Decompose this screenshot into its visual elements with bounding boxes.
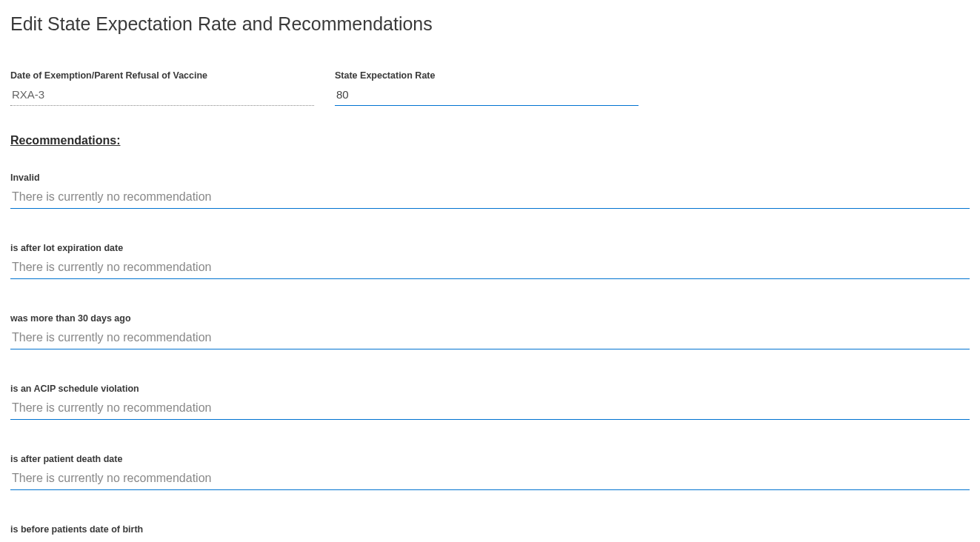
recommendation-item: was more than 30 days ago (10, 313, 970, 349)
recommendation-input-30-days[interactable] (10, 328, 970, 349)
recommendation-item: is after patient death date (10, 454, 970, 490)
recommendation-input-acip[interactable] (10, 398, 970, 420)
exemption-label: Date of Exemption/Parent Refusal of Vacc… (10, 70, 314, 81)
exemption-field-group: Date of Exemption/Parent Refusal of Vacc… (10, 70, 314, 106)
recommendation-label: Invalid (10, 173, 970, 183)
rate-label: State Expectation Rate (335, 70, 639, 81)
rate-field-group: State Expectation Rate (335, 70, 639, 106)
recommendations-list: Invalid is after lot expiration date was… (10, 173, 970, 542)
page-title: Edit State Expectation Rate and Recommen… (10, 13, 970, 35)
recommendation-label: is after patient death date (10, 454, 970, 464)
recommendation-input-invalid[interactable] (10, 187, 970, 209)
recommendation-label: is after lot expiration date (10, 243, 970, 253)
recommendation-input-death-date[interactable] (10, 469, 970, 490)
exemption-value: RXA-3 (10, 85, 314, 106)
recommendation-item: is an ACIP schedule violation (10, 384, 970, 420)
recommendation-input-dob[interactable] (10, 539, 970, 542)
recommendation-item: is after lot expiration date (10, 243, 970, 279)
recommendation-label: is before patients date of birth (10, 524, 970, 535)
recommendation-item: is before patients date of birth (10, 524, 970, 542)
recommendation-item: Invalid (10, 173, 970, 209)
recommendation-input-lot-expiration[interactable] (10, 258, 970, 279)
recommendation-label: was more than 30 days ago (10, 313, 970, 324)
top-fields-row: Date of Exemption/Parent Refusal of Vacc… (10, 70, 970, 106)
recommendations-heading: Recommendations: (10, 134, 970, 147)
rate-input[interactable] (335, 85, 639, 106)
recommendation-label: is an ACIP schedule violation (10, 384, 970, 394)
